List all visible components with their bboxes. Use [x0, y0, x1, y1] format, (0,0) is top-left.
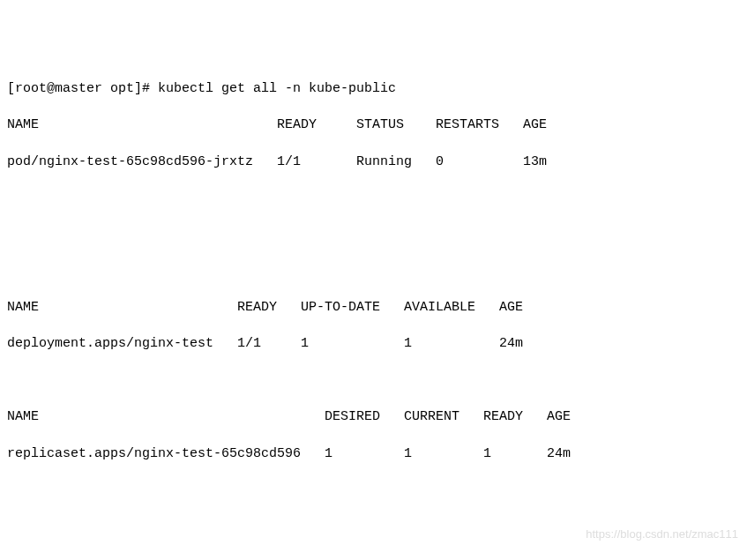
- deployment-table-row: deployment.apps/nginx-test 1/1 1 1 24m: [7, 335, 740, 354]
- deployment-table-header: NAME READY UP-TO-DATE AVAILABLE AGE: [7, 299, 740, 317]
- blank-line: [7, 372, 740, 391]
- pod-table-row: pod/nginx-test-65c98cd596-jrxtz 1/1 Runn…: [7, 153, 740, 172]
- blank-line: [7, 263, 740, 281]
- replicaset-table-row: replicaset.apps/nginx-test-65c98cd596 1 …: [7, 445, 740, 464]
- watermark-text: https://blog.csdn.net/zmac111: [586, 526, 738, 542]
- pod-table-header: NAME READY STATUS RESTARTS AGE: [7, 116, 740, 135]
- blank-line: [7, 482, 740, 500]
- blank-line: [7, 226, 740, 244]
- replicaset-table-header: NAME DESIRED CURRENT READY AGE: [7, 408, 740, 427]
- blank-line: [7, 190, 740, 208]
- terminal-line-cmd1: [root@master opt]# kubectl get all -n ku…: [7, 80, 740, 99]
- blank-line: [7, 555, 740, 560]
